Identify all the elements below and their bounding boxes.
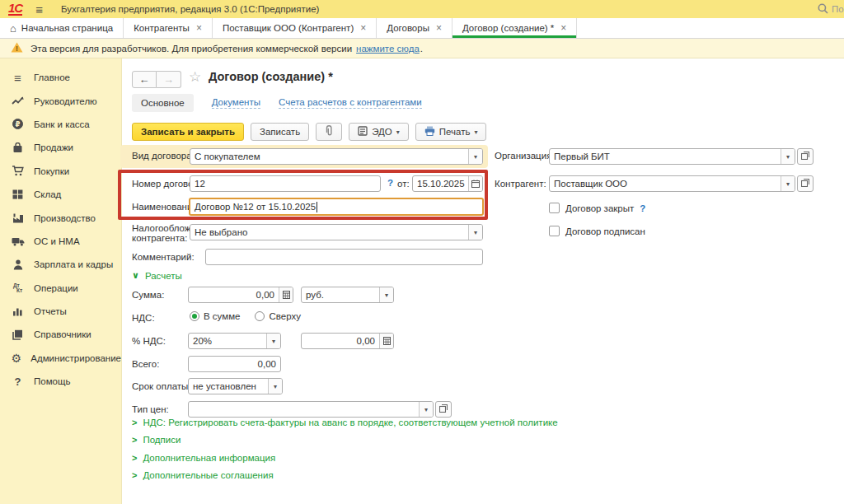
tab-supplier[interactable]: Поставщик ООО (Контрагент) × — [213, 18, 377, 38]
combobox-value: руб. — [302, 287, 379, 302]
favorite-star-icon[interactable]: ☆ — [189, 68, 201, 86]
combobox-value: Первый БИТ — [550, 149, 781, 164]
organization-combobox[interactable]: Первый БИТ ▾ — [549, 148, 795, 165]
signatures-section-toggle[interactable]: > Подписи — [132, 435, 181, 445]
additional-info-section-toggle[interactable]: > Дополнительная информация — [132, 453, 275, 463]
1c-logo-icon: 1С — [8, 2, 22, 16]
sidebar-item-directories[interactable]: Справочники — [0, 323, 121, 346]
sidebar-item-label: Зарплата и кадры — [34, 259, 113, 269]
tab-dokumenty[interactable]: Документы — [212, 97, 260, 109]
calculator-icon[interactable] — [379, 334, 393, 348]
sidebar-item-label: Главное — [34, 72, 70, 82]
calendar-icon[interactable] — [468, 176, 482, 191]
forward-arrow-icon[interactable]: → — [157, 71, 181, 88]
tab-contragents[interactable]: Контрагенты × — [124, 18, 213, 38]
chevron-down-icon[interactable]: ▾ — [379, 287, 393, 302]
sidebar-item-administration[interactable]: ⚙ Администрирование — [0, 347, 121, 370]
buy-commercial-link[interactable]: нажмите сюда — [356, 44, 420, 54]
radio-label: В сумме — [204, 311, 240, 321]
contract-signed-checkbox[interactable]: Договор подписан — [549, 226, 645, 236]
number-help-icon[interactable]: ? — [387, 178, 393, 188]
contract-closed-checkbox[interactable]: Договор закрыт ? — [549, 203, 645, 213]
sidebar-item-help[interactable]: ? Помощь — [0, 370, 121, 393]
tab-contracts[interactable]: Договоры × — [377, 18, 452, 38]
vid-dogovora-combobox[interactable]: С покупателем ▾ — [190, 148, 483, 165]
open-form-icon — [801, 179, 809, 189]
save-button[interactable]: Записать — [251, 123, 309, 141]
chevron-down-icon: ▾ — [474, 128, 477, 136]
closed-help-icon[interactable]: ? — [640, 203, 645, 213]
sidebar-item-manager[interactable]: Руководителю — [0, 89, 121, 112]
contract-number-input[interactable]: 12 — [190, 175, 381, 192]
radio-selected-icon — [190, 311, 199, 321]
sum-input[interactable]: 0,00 — [188, 287, 293, 303]
grid-boxes-icon — [11, 189, 25, 199]
payment-term-combobox[interactable]: не установлен ▾ — [188, 378, 283, 394]
sidebar-item-main[interactable]: ≡ Главное — [0, 66, 121, 89]
sidebar-item-warehouse[interactable]: Склад — [0, 183, 121, 206]
section-label: Дополнительная информация — [143, 453, 275, 463]
close-icon[interactable]: × — [436, 22, 442, 34]
chevron-down-icon[interactable]: ▾ — [268, 379, 282, 394]
comment-input[interactable] — [205, 249, 483, 265]
tab-osnovnoe[interactable]: Основное — [132, 94, 194, 112]
sidebar-item-bank-cash[interactable]: ₽ Банк и касса — [0, 113, 121, 136]
contragent-combobox[interactable]: Поставщик ООО ▾ — [549, 175, 795, 192]
save-and-close-button[interactable]: Записать и закрыть — [132, 123, 244, 141]
chevron-down-icon[interactable]: ▾ — [781, 149, 795, 164]
global-search[interactable]: Поиск — [818, 0, 844, 18]
organization-open-button[interactable] — [797, 148, 814, 165]
vat-in-sum-radio[interactable]: В сумме — [190, 311, 240, 321]
input-value — [206, 250, 482, 264]
search-icon[interactable] — [818, 3, 828, 16]
combobox-value — [189, 402, 419, 417]
sidebar-item-label: Продажи — [34, 142, 73, 152]
chevron-down-icon[interactable]: ▾ — [266, 334, 280, 348]
printer-icon — [424, 126, 435, 138]
calculator-icon[interactable] — [279, 287, 293, 302]
calculations-section-toggle[interactable]: ∨ Расчеты — [132, 270, 182, 281]
input-value: 0,00 — [189, 357, 280, 371]
bag-icon — [11, 142, 25, 153]
close-icon[interactable]: × — [196, 22, 202, 34]
window-tab-bar: ⌂ Начальная страница Контрагенты × Поста… — [0, 18, 844, 39]
vat-pct-combobox[interactable]: 20% ▾ — [188, 333, 281, 349]
tab-accounts[interactable]: Счета расчетов с контрагентами — [279, 97, 422, 109]
sidebar-item-operations[interactable]: ДтКт Операции — [0, 277, 121, 300]
sidebar-item-fixed-assets[interactable]: ОС и НМА — [0, 230, 121, 253]
sidebar-item-reports[interactable]: Отчеты — [0, 300, 121, 323]
price-type-combobox[interactable]: ▾ — [188, 401, 434, 418]
tax-combobox[interactable]: Не выбрано ▾ — [190, 224, 483, 240]
sidebar-item-purchases[interactable]: Покупки — [0, 160, 121, 183]
sidebar-item-production[interactable]: Производство — [0, 206, 121, 229]
vat-on-top-radio[interactable]: Сверху — [255, 311, 300, 321]
chevron-down-icon[interactable]: ▾ — [781, 176, 795, 191]
edo-doc-icon — [358, 126, 368, 138]
sidebar-item-payroll[interactable]: Зарплата и кадры — [0, 253, 121, 276]
close-icon[interactable]: × — [560, 22, 566, 34]
vat-advance-section-toggle[interactable]: > НДС: Регистрировать счета-фактуры на а… — [132, 418, 558, 427]
additional-agreements-section-toggle[interactable]: > Дополнительные соглашения — [132, 470, 274, 480]
name-input[interactable]: Договор №12 от 15.10.2025 — [189, 198, 484, 216]
edo-button[interactable]: ЭДО ▾ — [349, 123, 409, 141]
app-title: Бухгалтерия предприятия, редакция 3.0 (1… — [61, 4, 319, 14]
price-type-open-button[interactable] — [435, 401, 452, 418]
sidebar-item-sales[interactable]: Продажи — [0, 136, 121, 159]
main-menu-icon[interactable]: ≡ — [35, 2, 43, 16]
chevron-down-icon[interactable]: ▾ — [419, 402, 433, 417]
contract-date-input[interactable]: 15.10.2025 — [412, 175, 483, 192]
tab-home[interactable]: ⌂ Начальная страница — [0, 18, 124, 38]
contragent-open-button[interactable] — [797, 175, 814, 192]
tab-contract-new[interactable]: Договор (создание) * × — [452, 18, 577, 38]
currency-combobox[interactable]: руб. ▾ — [301, 287, 394, 303]
attachment-button[interactable] — [316, 123, 342, 141]
close-icon[interactable]: × — [360, 22, 366, 34]
chevron-down-icon[interactable]: ▾ — [468, 225, 482, 240]
vat-sum-input[interactable]: 0,00 — [301, 333, 394, 349]
back-arrow-icon[interactable]: ← — [132, 71, 157, 88]
factory-icon — [11, 213, 25, 223]
total-input[interactable]: 0,00 — [188, 356, 281, 372]
vid-dogovora-label: Вид договора: — [132, 151, 195, 161]
print-button[interactable]: Печать ▾ — [415, 123, 487, 141]
chevron-down-icon[interactable]: ▾ — [468, 149, 482, 164]
